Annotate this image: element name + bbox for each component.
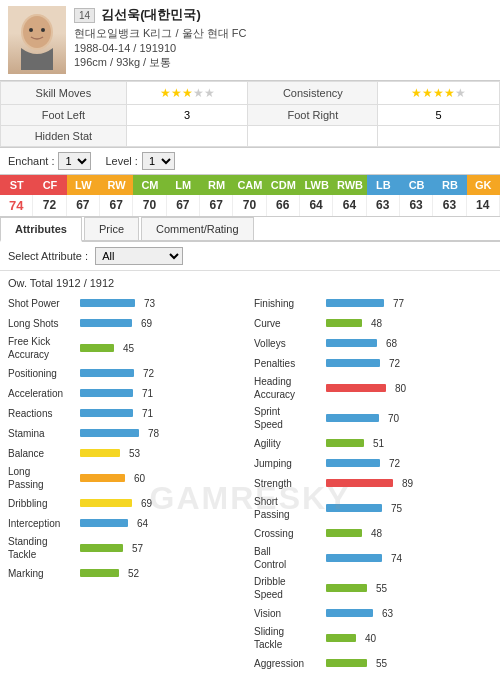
score-rb: 63 (433, 195, 466, 216)
attr-label: Penalties (254, 357, 326, 370)
attr-value: 55 (369, 583, 387, 594)
pos-cam: CAM (233, 175, 266, 195)
attributes-section: Ow. Total 1912 / 1912 Shot Power73Long S… (0, 271, 500, 675)
pos-lb: LB (367, 175, 400, 195)
pos-cm: CM (133, 175, 166, 195)
attr-bar-wrap: 53 (80, 448, 246, 459)
attrs-grid: Shot Power73Long Shots69Free Kick Accura… (8, 295, 492, 675)
attr-value: 64 (130, 518, 148, 529)
attr-bar-wrap: 77 (326, 298, 492, 309)
attr-bar-wrap: 69 (80, 498, 246, 509)
pos-gk: GK (467, 175, 500, 195)
score-st: 74 (0, 195, 33, 216)
pos-cb: CB (400, 175, 433, 195)
attr-bar-wrap: 55 (326, 658, 492, 669)
hidden-stat-empty2 (378, 126, 500, 147)
scores-bar: 747267677067677066646463636314 (0, 195, 500, 217)
attr-bar (326, 554, 382, 562)
attr-row: Shot Power73 (8, 295, 246, 311)
attr-row: Stamina78 (8, 425, 246, 441)
attr-row: Standing Tackle57 (8, 535, 246, 561)
foot-left-label: Foot Left (1, 105, 127, 126)
foot-right-label: Foot Right (248, 105, 378, 126)
attr-row: Balance53 (8, 445, 246, 461)
attr-row: Long Passing60 (8, 465, 246, 491)
attr-bar (80, 369, 134, 377)
position-bar: STCFLWRWCMLMRMCAMCDMLWBRWBLBCBRBGK (0, 175, 500, 195)
pos-cdm: CDM (267, 175, 300, 195)
tabs-bar: AttributesPriceComment/Rating (0, 217, 500, 242)
attr-label: Volleys (254, 337, 326, 350)
right-attrs-col: Finishing77Curve48Volleys68Penalties72He… (254, 295, 492, 675)
attr-row: Dribble Speed55 (254, 575, 492, 601)
attr-row: Vision63 (254, 605, 492, 621)
attr-value: 73 (137, 298, 155, 309)
enchant-select[interactable]: 12345 (58, 152, 91, 170)
enchant-bar: Enchant : 12345 Level : 12345 (0, 147, 500, 175)
player-info: 14 김선욱(대한민국) 현대오일뱅크 K리그 / 울산 현대 FC 1988-… (74, 6, 492, 70)
attr-bar-wrap: 55 (326, 583, 492, 594)
attr-row: Positioning72 (8, 365, 246, 381)
consistency-label: Consistency (248, 82, 378, 105)
attr-bar (326, 659, 367, 667)
attr-value: 72 (382, 358, 400, 369)
attr-bar (80, 519, 128, 527)
attr-row: Heading Accuracy80 (254, 375, 492, 401)
score-rwb: 64 (333, 195, 366, 216)
attr-label: Curve (254, 317, 326, 330)
attr-label: Dribble Speed (254, 575, 326, 601)
attr-bar (326, 504, 382, 512)
attr-value: 77 (386, 298, 404, 309)
attr-label: Short Passing (254, 495, 326, 521)
attr-label: Long Passing (8, 465, 80, 491)
attr-row: Finishing77 (254, 295, 492, 311)
attr-value: 71 (135, 388, 153, 399)
score-lwb: 64 (300, 195, 333, 216)
attr-bar (326, 439, 364, 447)
hidden-stat-label: Hidden Stat (1, 126, 127, 147)
attr-bar (80, 319, 132, 327)
attr-row: Interception64 (8, 515, 246, 531)
attr-label: Shot Power (8, 297, 80, 310)
attr-value: 74 (384, 553, 402, 564)
attr-bar-wrap: 74 (326, 553, 492, 564)
attr-row: Reactions71 (8, 405, 246, 421)
ow-total-label: Ow. Total (8, 277, 53, 289)
consistency-stars: ★★★★★ (378, 82, 500, 105)
filter-select[interactable]: All Attack Defense Skill Movement Power … (95, 247, 183, 265)
attr-row: Aggression55 (254, 655, 492, 671)
attr-row: Short Passing75 (254, 495, 492, 521)
attr-label: Dribbling (8, 497, 80, 510)
pos-lwb: LWB (300, 175, 333, 195)
attr-value: 80 (388, 383, 406, 394)
attr-bar-wrap: 51 (326, 438, 492, 449)
attr-bar-wrap: 80 (326, 383, 492, 394)
svg-point-2 (29, 28, 33, 32)
attr-label: Jumping (254, 457, 326, 470)
skill-moves-stars: ★★★★★ (126, 82, 248, 105)
tab-attributes[interactable]: Attributes (0, 217, 82, 242)
attr-value: 45 (116, 343, 134, 354)
attr-value: 68 (379, 338, 397, 349)
attr-label: Agility (254, 437, 326, 450)
hidden-stat-empty1 (248, 126, 378, 147)
tab-price[interactable]: Price (84, 217, 139, 240)
attr-bar (80, 429, 139, 437)
score-lw: 67 (67, 195, 100, 216)
attr-bar-wrap: 64 (80, 518, 246, 529)
attr-label: Interception (8, 517, 80, 530)
attr-bar-wrap: 72 (326, 458, 492, 469)
level-select[interactable]: 12345 (142, 152, 175, 170)
tab-comment-rating[interactable]: Comment/Rating (141, 217, 254, 240)
attr-label: Acceleration (8, 387, 80, 400)
attr-row: Strength89 (254, 475, 492, 491)
attr-bar-wrap: 57 (80, 543, 246, 554)
attr-bar-wrap: 71 (80, 388, 246, 399)
player-size: 196cm / 93kg / 보통 (74, 55, 492, 70)
skill-moves-label: Skill Moves (1, 82, 127, 105)
ow-total: Ow. Total 1912 / 1912 (8, 277, 492, 289)
score-rm: 67 (200, 195, 233, 216)
attr-value: 78 (141, 428, 159, 439)
player-name: 김선욱(대한민국) (101, 6, 201, 24)
attr-label: Heading Accuracy (254, 375, 326, 401)
